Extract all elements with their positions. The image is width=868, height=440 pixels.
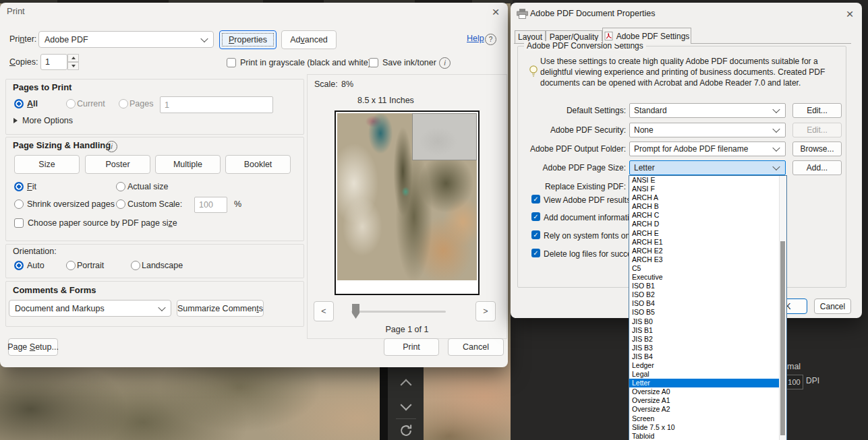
page-size-option[interactable]: ISO B1 [629,282,780,290]
copies-increment-button[interactable] [67,54,79,62]
page-size-select[interactable]: Letter [629,160,786,175]
view-results-checkbox[interactable]: ✓ [531,195,540,203]
page-size-option[interactable]: JIS B2 [629,335,780,344]
printer-select[interactable]: Adobe PDF [38,31,214,48]
advanced-button[interactable]: Advanced [281,30,337,49]
help-link[interactable]: Help [467,34,484,43]
page-size-options-list: ANSI EANSI FARCH AARCH BARCH CARCH DARCH… [629,176,780,440]
default-settings-select[interactable]: Standard [629,103,786,118]
custom-scale-radio[interactable] [116,199,125,209]
system-fonts-checkbox[interactable]: ✓ [531,230,540,239]
map-navigation-toolbar [380,367,424,440]
page-size-option[interactable]: JIS B4 [629,352,780,361]
actual-size-radio[interactable] [116,182,125,191]
page-size-option[interactable]: ARCH E2 [629,247,780,255]
previous-page-button[interactable]: < [314,301,334,321]
page-size-option[interactable]: C5 [629,264,780,273]
chevron-down-icon [158,303,165,311]
fit-label: Fit [27,182,36,191]
poster-button[interactable]: Poster [85,155,150,174]
preview-slider-track[interactable] [351,311,446,313]
save-ink-checkbox[interactable] [369,58,378,67]
fit-radio[interactable] [14,182,24,191]
page-size-option[interactable]: Oversize A2 [629,405,780,414]
next-page-button[interactable]: > [475,301,496,321]
page-size-option[interactable]: Screen [629,414,780,423]
refresh-icon[interactable] [399,423,413,438]
page-size-option[interactable]: JIS B3 [629,344,780,352]
add-doc-info-checkbox[interactable]: ✓ [531,212,540,221]
page-size-option[interactable]: ARCH B [629,202,780,211]
page-size-option[interactable]: ISO B5 [629,308,780,317]
pdf-security-edit-button[interactable]: Edit... [792,123,842,137]
scrollbar-thumb[interactable] [780,241,785,435]
page-size-option[interactable]: ARCH E1 [629,238,780,247]
properties-button[interactable]: Properties [219,30,277,49]
close-icon[interactable]: × [487,4,504,20]
pages-all-radio[interactable] [14,99,24,108]
page-size-add-button[interactable]: Add... [792,160,842,175]
page-size-option[interactable]: ARCH E3 [629,255,780,264]
copies-input[interactable]: 1 [40,54,67,70]
booklet-button[interactable]: Booklet [225,155,291,174]
multiple-button[interactable]: Multiple [155,155,221,174]
preview-panel: Scale: 8% 8.5 x 11 Inches < > Page 1 of … [307,74,507,339]
page-size-option[interactable]: JIS B1 [629,326,780,335]
sizing-info-icon[interactable]: i [106,141,117,152]
output-folder-select[interactable]: Prompt for Adobe PDF filename [629,142,786,156]
page-size-option[interactable]: Letter [629,379,780,387]
choose-paper-checkbox[interactable] [14,218,24,228]
page-size-option[interactable]: Tabloid [629,432,780,440]
paper-size-text: 8.5 x 11 Inches [357,96,414,105]
page-size-option[interactable]: Ledger [629,361,780,370]
shrink-radio[interactable] [14,199,24,209]
page-size-option[interactable]: ARCH D [629,220,780,228]
page-size-option[interactable]: ISO B2 [629,290,780,299]
actual-size-label: Actual size [127,182,168,191]
size-button[interactable]: Size [14,155,80,174]
pdf-security-select[interactable]: None [629,123,786,137]
output-folder-browse-button[interactable]: Browse... [792,142,842,156]
print-button[interactable]: Print [384,338,439,356]
print-cancel-button[interactable]: Cancel [448,338,504,356]
delete-logs-checkbox[interactable]: ✓ [531,249,540,257]
tab-adobe-pdf-settings[interactable]: Adobe PDF Settings [602,28,691,44]
pages-current-radio[interactable] [66,99,76,108]
orientation-landscape-radio[interactable] [131,261,140,270]
page-size-option[interactable]: ISO B4 [629,299,780,308]
orientation-portrait-label: Portrait [77,261,104,270]
page-size-option[interactable]: ANSI E [629,176,780,185]
page-size-option[interactable]: ARCH E [629,229,780,238]
help-question-icon[interactable]: ? [485,34,496,45]
page-sizing-section: Page Sizing & Handling i Size Poster Mul… [5,137,304,241]
page-size-option[interactable]: Legal [629,370,780,379]
page-size-option[interactable]: JIS B0 [629,317,780,326]
close-icon[interactable]: × [841,6,859,22]
page-size-option[interactable]: Executive [629,273,780,282]
pdf-cancel-button[interactable]: Cancel [814,298,851,314]
custom-scale-input[interactable]: 100 [194,197,227,213]
page-size-option[interactable]: ANSI F [629,185,780,193]
pages-pages-radio[interactable] [119,99,128,108]
orientation-auto-radio[interactable] [14,261,24,270]
preview-slider-handle[interactable] [352,304,359,319]
page-size-option[interactable]: Slide 7.5 x 10 [629,423,780,432]
page-size-option[interactable]: ARCH C [629,211,780,220]
page-size-option[interactable]: ARCH A [629,193,780,202]
comments-forms-select[interactable]: Document and Markups [9,300,171,317]
orientation-portrait-radio[interactable] [66,261,76,270]
page-size-option[interactable]: Oversize A1 [629,396,780,405]
view-results-label: View Adobe PDF results [544,195,631,205]
page-size-option[interactable]: Oversize A0 [629,387,780,396]
more-options-toggle[interactable]: More Options [13,116,73,125]
copies-decrement-button[interactable] [67,62,79,70]
percent-label: % [234,199,241,209]
default-settings-edit-button[interactable]: Edit... [792,103,842,118]
grayscale-checkbox[interactable] [227,58,236,67]
dropdown-scrollbar[interactable] [779,176,786,440]
pages-range-input[interactable]: 1 [160,96,273,113]
dpi-value-box[interactable]: 100 [785,375,803,389]
summarize-comments-button[interactable]: Summarize Comments [177,300,264,317]
page-setup-button[interactable]: Page Setup... [8,338,58,356]
info-icon[interactable]: i [439,57,451,69]
